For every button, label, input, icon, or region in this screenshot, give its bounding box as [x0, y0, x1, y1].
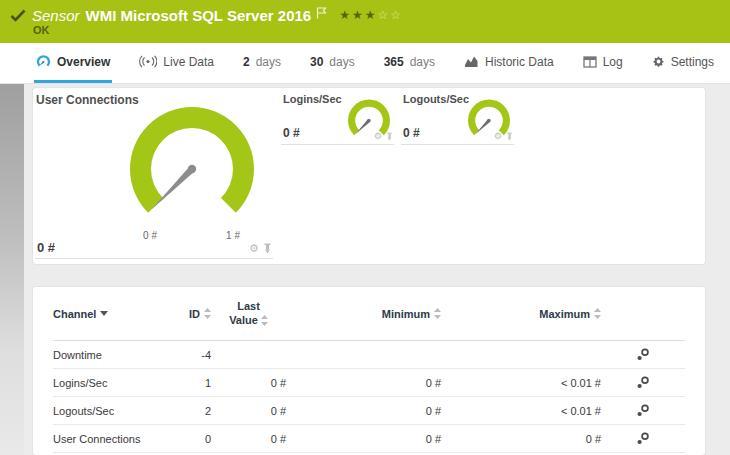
column-label: Channel — [53, 308, 96, 320]
cell-id: -4 — [173, 349, 211, 361]
sensor-title: WMI Microsoft SQL Server 2016 — [86, 7, 312, 24]
tab-label: days — [256, 55, 281, 69]
cell-minimum: 0 # — [286, 433, 441, 445]
tab-label: Historic Data — [485, 55, 554, 69]
table-header-row: Channel ID Last Value — [53, 287, 685, 341]
channel-settings-icon — [636, 348, 650, 361]
gauge-block-actions: ⚙ — [374, 132, 393, 141]
sort-both-icon — [594, 308, 601, 319]
tab-historic-data[interactable]: Historic Data — [462, 43, 556, 83]
column-header-minimum[interactable]: Minimum — [286, 308, 441, 320]
pin-icon[interactable] — [506, 132, 513, 141]
cell-maximum: < 0.01 # — [441, 405, 601, 417]
tab-label: Overview — [57, 55, 110, 69]
channels-table-panel: Channel ID Last Value — [33, 287, 705, 455]
tab-live-data[interactable]: Live Data — [137, 43, 216, 83]
cell-maximum: 0 # — [441, 433, 601, 445]
cell-id: 0 — [173, 433, 211, 445]
sort-desc-icon — [100, 311, 108, 316]
column-label: ID — [189, 308, 200, 320]
stars-empty: ☆☆ — [377, 8, 403, 22]
pin-icon[interactable] — [386, 132, 393, 141]
tab-label: Settings — [671, 55, 714, 69]
channel-settings-button[interactable] — [601, 376, 685, 389]
channel-settings-icon — [636, 432, 650, 445]
gauge-value-user-connections: 0 # — [37, 240, 55, 255]
gear-icon[interactable]: ⚙ — [494, 132, 502, 141]
table-row-logins-sec[interactable]: Logins/Sec 1 0 # 0 # < 0.01 # — [53, 369, 685, 397]
tab-day-count: 2 — [243, 55, 250, 69]
cell-channel: Logins/Sec — [53, 377, 173, 389]
historic-chart-icon — [464, 55, 479, 68]
column-header-id[interactable]: ID — [173, 308, 211, 320]
divider — [35, 258, 273, 259]
tab-overview[interactable]: Overview — [34, 43, 112, 83]
ok-check-icon — [10, 9, 26, 22]
gauges-panel: User Connections 0 # 1 # 0 # ⚙ Logins/Se… — [33, 88, 705, 264]
column-label: Last — [237, 300, 260, 314]
cell-last-value: 0 # — [211, 405, 286, 417]
gear-icon[interactable]: ⚙ — [374, 132, 382, 141]
tab-2-days[interactable]: 2 days — [241, 43, 283, 83]
cell-channel: User Connections — [53, 433, 173, 445]
channel-settings-button[interactable] — [601, 404, 685, 417]
sensor-status-header: Sensor WMI Microsoft SQL Server 2016 ★★★… — [0, 0, 730, 43]
object-kind-label: Sensor — [32, 7, 80, 24]
tab-label: Log — [603, 55, 623, 69]
flag-icon[interactable] — [316, 7, 327, 19]
tab-settings[interactable]: Settings — [650, 43, 716, 83]
tab-log[interactable]: Log — [581, 43, 625, 83]
table-row-downtime[interactable]: Downtime -4 — [53, 341, 685, 369]
tab-label: Live Data — [163, 55, 214, 69]
channel-settings-button[interactable] — [601, 432, 685, 445]
cell-id: 1 — [173, 377, 211, 389]
tab-label: days — [329, 55, 354, 69]
channel-settings-button[interactable] — [601, 348, 685, 361]
tab-label: days — [410, 55, 435, 69]
column-label: Value — [229, 314, 258, 328]
cell-minimum: 0 # — [286, 377, 441, 389]
cell-minimum: 0 # — [286, 405, 441, 417]
user-connections-gauge — [128, 105, 256, 233]
status-badge: OK — [33, 24, 50, 36]
tab-bar: Overview Live Data 2 days 30 days 365 da… — [0, 43, 730, 84]
gauge-block-actions: ⚙ — [249, 243, 272, 254]
cell-maximum: < 0.01 # — [441, 377, 601, 389]
tab-day-count: 365 — [384, 55, 404, 69]
gauge-title-logins: Logins/Sec — [283, 93, 342, 105]
table-row-user-connections[interactable]: User Connections 0 0 # 0 # 0 # — [53, 425, 685, 453]
column-label: Maximum — [539, 308, 590, 320]
gauge-scale-max: 1 # — [226, 230, 240, 241]
prtg-sensor-page: Sensor WMI Microsoft SQL Server 2016 ★★★… — [0, 0, 730, 455]
cell-last-value: 0 # — [211, 377, 286, 389]
column-header-maximum[interactable]: Maximum — [441, 308, 601, 320]
channel-settings-icon — [636, 404, 650, 417]
gauge-value-logins: 0 # — [283, 126, 300, 140]
cell-id: 2 — [173, 405, 211, 417]
sort-both-icon — [261, 315, 268, 326]
pin-icon[interactable] — [263, 243, 272, 254]
tab-365-days[interactable]: 365 days — [382, 43, 437, 83]
gauge-title-logouts: Logouts/Sec — [403, 93, 469, 105]
divider — [281, 144, 394, 145]
stars-filled: ★★★ — [339, 8, 377, 22]
divider — [401, 144, 514, 145]
column-header-channel[interactable]: Channel — [53, 308, 173, 320]
cell-channel: Downtime — [53, 349, 173, 361]
page-left-margin — [0, 84, 24, 455]
cell-last-value: 0 # — [211, 433, 286, 445]
gauge-value-logouts: 0 # — [403, 126, 420, 140]
log-icon — [583, 56, 597, 68]
column-label: Minimum — [382, 308, 430, 320]
gear-icon[interactable]: ⚙ — [249, 243, 259, 254]
tab-30-days[interactable]: 30 days — [308, 43, 357, 83]
channels-table: Channel ID Last Value — [33, 287, 705, 453]
gauge-block-actions: ⚙ — [494, 132, 513, 141]
column-header-last-value[interactable]: Last Value — [211, 300, 286, 328]
cell-channel: Logouts/Sec — [53, 405, 173, 417]
table-row-logouts-sec[interactable]: Logouts/Sec 2 0 # 0 # < 0.01 # — [53, 397, 685, 425]
tab-day-count: 30 — [310, 55, 323, 69]
settings-gear-icon — [652, 55, 665, 68]
priority-stars[interactable]: ★★★☆☆ — [339, 9, 403, 21]
sort-both-icon — [434, 308, 441, 319]
